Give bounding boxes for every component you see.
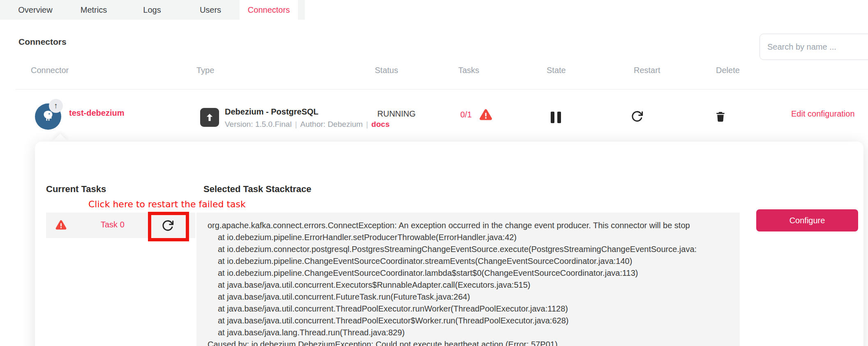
stacktrace-line: at io.debezium.pipeline.ErrorHandler.set… — [208, 231, 734, 243]
connector-name-link[interactable]: test-debezium — [69, 108, 124, 118]
column-header-connector: Connector — [31, 66, 69, 75]
edit-configuration-link[interactable]: Edit configuration — [791, 109, 855, 119]
tab-logs[interactable]: Logs — [123, 0, 181, 20]
column-header-type: Type — [196, 66, 214, 75]
meta-separator: | — [295, 120, 297, 128]
tab-users[interactable]: Users — [181, 0, 240, 20]
table-header-divider — [16, 89, 868, 89]
column-header-restart: Restart — [634, 66, 660, 75]
pause-icon[interactable] — [551, 112, 561, 123]
meta-separator: | — [366, 120, 368, 128]
stacktrace-line: at io.debezium.pipeline.ChangeEventSourc… — [208, 267, 734, 279]
connector-type-meta: Version: 1.5.0.Final|Author: Debezium|do… — [225, 120, 390, 129]
trash-icon[interactable] — [714, 110, 727, 123]
stacktrace-line: at io.debezium.connector.postgresql.Post… — [208, 243, 734, 255]
stacktrace-line: at java.base/java.util.concurrent.Execut… — [208, 279, 734, 291]
connector-author: Author: Debezium — [300, 120, 363, 128]
top-nav: Overview Metrics Logs Users Connectors — [0, 0, 305, 20]
stacktrace-line: at java.base/java.util.concurrent.Thread… — [208, 303, 734, 315]
column-header-status: Status — [375, 66, 398, 75]
tasks-ratio: 0/1 — [460, 110, 472, 119]
stacktrace-line: at java.base/java.util.concurrent.Future… — [208, 291, 734, 303]
stacktrace-box: org.apache.kafka.connect.errors.ConnectE… — [196, 213, 740, 346]
tab-metrics[interactable]: Metrics — [65, 0, 123, 20]
column-header-delete: Delete — [716, 66, 740, 75]
connectors-page: Overview Metrics Logs Users Connectors C… — [0, 0, 868, 346]
stacktrace-line: org.apache.kafka.connect.errors.ConnectE… — [208, 220, 734, 231]
stacktrace-title: Selected Task Stacktrace — [203, 184, 312, 195]
source-badge-arrow-icon: ↑ — [49, 99, 63, 113]
source-arrow-up-icon — [200, 108, 219, 127]
task-label[interactable]: Task 0 — [101, 220, 125, 229]
configure-button[interactable]: Configure — [756, 209, 858, 231]
connector-version: Version: 1.5.0.Final — [225, 120, 292, 128]
page-title: Connectors — [18, 37, 67, 47]
connector-type-name: Debezium - PostgreSQL — [225, 107, 319, 117]
stacktrace-line: at io.debezium.pipeline.ChangeEventSourc… — [208, 255, 734, 267]
tab-overview[interactable]: Overview — [6, 0, 65, 20]
column-header-tasks: Tasks — [458, 66, 479, 75]
stacktrace-line: at java.base/java.util.concurrent.Thread… — [208, 315, 734, 327]
warning-triangle-icon — [478, 108, 493, 122]
column-header-state: State — [547, 66, 566, 75]
current-tasks-title: Current Tasks — [46, 184, 106, 195]
docs-link[interactable]: docs — [372, 120, 390, 128]
stacktrace-line: at java.base/java.lang.Thread.run(Thread… — [208, 327, 734, 339]
connector-status: RUNNING — [377, 109, 416, 119]
task-warning-triangle-icon — [55, 219, 67, 231]
tutorial-annotation-text: Click here to restart the failed task — [88, 199, 246, 209]
tutorial-annotation-rectangle — [148, 212, 189, 241]
tab-connectors[interactable]: Connectors — [240, 0, 298, 20]
restart-icon[interactable] — [630, 110, 644, 123]
stacktrace-line: Caused by: io.debezium.DebeziumException… — [208, 339, 734, 346]
search-input[interactable] — [760, 34, 868, 60]
